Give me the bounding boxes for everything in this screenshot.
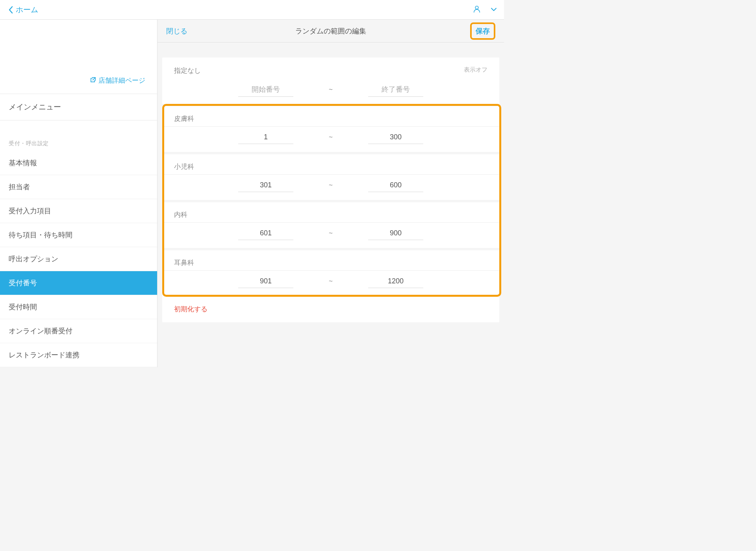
close-button[interactable]: 閉じる (166, 26, 187, 36)
sidebar-item-label: 受付時間 (9, 303, 37, 311)
category-range-row: ~ (162, 174, 499, 200)
save-button-highlight: 保存 (470, 22, 495, 40)
category-label: 皮膚科 (162, 104, 499, 126)
sidebar-item-restaurant-board[interactable]: レストランボード連携 (0, 343, 157, 367)
unspecified-row: 指定なし 表示オフ (162, 57, 499, 79)
category-block: 内科 ~ (162, 200, 499, 248)
start-number-input[interactable] (238, 179, 293, 192)
start-number-placeholder[interactable]: 開始番号 (238, 82, 293, 97)
sidebar-item-staff[interactable]: 担当者 (0, 175, 157, 199)
sidebar-item-wait[interactable]: 待ち項目・待ち時間 (0, 223, 157, 247)
range-tilde: ~ (329, 86, 333, 94)
sidebar-item-label: 受付番号 (9, 279, 37, 287)
category-block: 皮膚科 ~ (162, 104, 499, 152)
range-tilde: ~ (329, 181, 333, 189)
range-tilde: ~ (329, 133, 333, 141)
back-home-label: ホーム (16, 5, 38, 15)
header-right (472, 5, 497, 15)
sidebar-item-label: 担当者 (9, 183, 30, 191)
external-link-icon (90, 77, 96, 85)
sidebar-item-label: 受付入力項目 (9, 207, 51, 215)
panel-header: 閉じる ランダムの範囲の編集 保存 (158, 20, 504, 43)
content-panel: 閉じる ランダムの範囲の編集 保存 指定なし 表示オフ 開始番号 ~ 終了番号 (158, 20, 504, 367)
category-label: 内科 (162, 200, 499, 222)
sidebar-item-label: 基本情報 (9, 159, 37, 167)
category-range-row: ~ (162, 270, 499, 296)
chevron-down-icon[interactable] (491, 6, 497, 13)
back-home-link[interactable]: ホーム (7, 5, 38, 15)
main-menu-link[interactable]: メインメニュー (0, 94, 157, 120)
category-block: 耳鼻科 ~ (162, 248, 499, 296)
sidebar-item-label: オンライン順番受付 (9, 327, 72, 335)
form-card: 指定なし 表示オフ 開始番号 ~ 終了番号 皮膚科 (162, 57, 499, 322)
store-detail-link[interactable]: 店舗詳細ページ (90, 76, 145, 85)
sidebar-item-online-queue[interactable]: オンライン順番受付 (0, 319, 157, 343)
category-range-row: ~ (162, 222, 499, 248)
main-menu-label: メインメニュー (9, 103, 61, 111)
unspecified-label: 指定なし (174, 66, 201, 75)
sidebar-item-input-items[interactable]: 受付入力項目 (0, 199, 157, 223)
sidebar: 店舗詳細ページ メインメニュー 受付・呼出設定 基本情報 担当者 受付入力項目 … (0, 20, 158, 367)
sidebar-item-label: 待ち項目・待ち時間 (9, 231, 72, 239)
category-label: 小児科 (162, 152, 499, 174)
chevron-left-icon (7, 6, 14, 14)
panel-title: ランダムの範囲の編集 (295, 26, 366, 36)
category-range-row: ~ (162, 126, 499, 152)
sidebar-item-basic-info[interactable]: 基本情報 (0, 151, 157, 175)
end-number-input[interactable] (368, 227, 423, 240)
range-tilde: ~ (329, 277, 333, 285)
unspecified-range-row: 開始番号 ~ 終了番号 (162, 79, 499, 104)
start-number-input[interactable] (238, 131, 293, 144)
save-button[interactable]: 保存 (476, 27, 490, 35)
reset-button[interactable]: 初期化する (162, 296, 499, 322)
sidebar-item-label: レストランボード連携 (9, 351, 80, 359)
end-number-input[interactable] (368, 131, 423, 144)
sidebar-banner-area: 店舗詳細ページ (0, 20, 157, 94)
top-header: ホーム (0, 0, 504, 20)
svg-point-0 (475, 6, 478, 9)
start-number-input[interactable] (238, 275, 293, 288)
sidebar-item-label: 呼出オプション (9, 255, 58, 263)
start-number-input[interactable] (238, 227, 293, 240)
end-number-input[interactable] (368, 275, 423, 288)
range-tilde: ~ (329, 229, 333, 237)
category-block: 小児科 ~ (162, 152, 499, 200)
sidebar-item-call-options[interactable]: 呼出オプション (0, 247, 157, 271)
end-number-placeholder[interactable]: 終了番号 (368, 82, 423, 97)
store-detail-label: 店舗詳細ページ (98, 76, 145, 85)
end-number-input[interactable] (368, 179, 423, 192)
display-off-label: 表示オフ (464, 66, 487, 74)
category-label: 耳鼻科 (162, 248, 499, 270)
sidebar-item-reception-time[interactable]: 受付時間 (0, 295, 157, 319)
user-icon[interactable] (472, 5, 481, 15)
categories-highlight-wrap: 皮膚科 ~ 小児科 (162, 104, 499, 296)
sidebar-section-header: 受付・呼出設定 (0, 120, 157, 151)
sidebar-item-reception-number[interactable]: 受付番号 (0, 271, 157, 295)
